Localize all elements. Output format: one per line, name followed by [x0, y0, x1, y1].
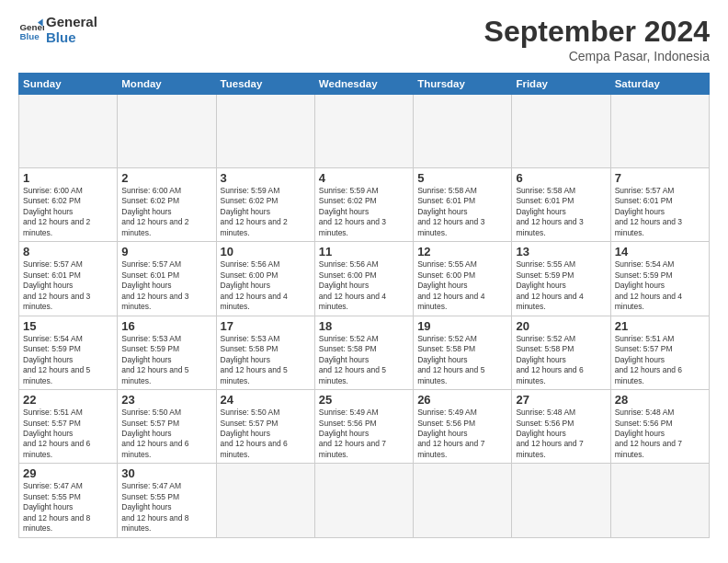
- day-number: 9: [121, 245, 211, 259]
- calendar-cell: 27Sunrise: 5:48 AMSunset: 5:56 PMDayligh…: [512, 390, 610, 464]
- calendar-cell: [314, 95, 413, 168]
- cell-content: Sunrise: 5:52 AMSunset: 5:58 PMDaylight …: [516, 334, 606, 386]
- month-year: September 2024: [484, 15, 710, 49]
- day-number: 18: [319, 319, 409, 333]
- calendar-cell: 23Sunrise: 5:50 AMSunset: 5:57 PMDayligh…: [118, 390, 216, 464]
- header: General Blue General Blue September 2024…: [18, 15, 710, 63]
- calendar-cell: 7Sunrise: 5:57 AMSunset: 6:01 PMDaylight…: [610, 168, 709, 242]
- day-number: 3: [221, 171, 311, 185]
- calendar-cell: 10Sunrise: 5:56 AMSunset: 6:00 PMDayligh…: [216, 242, 314, 316]
- calendar-cell: 12Sunrise: 5:55 AMSunset: 6:00 PMDayligh…: [414, 242, 512, 316]
- cell-content: Sunrise: 5:54 AMSunset: 5:59 PMDaylight …: [23, 334, 113, 386]
- day-number: 28: [615, 393, 705, 407]
- cell-content: Sunrise: 6:00 AMSunset: 6:02 PMDaylight …: [23, 186, 113, 238]
- calendar-cell: 14Sunrise: 5:54 AMSunset: 5:59 PMDayligh…: [610, 242, 709, 316]
- day-number: 1: [23, 171, 113, 185]
- calendar-cell: 25Sunrise: 5:49 AMSunset: 5:56 PMDayligh…: [314, 390, 413, 464]
- calendar-cell: [414, 464, 512, 537]
- cell-content: Sunrise: 5:47 AMSunset: 5:55 PMDaylight …: [23, 481, 113, 534]
- calendar-header-row: SundayMondayTuesdayWednesdayThursdayFrid…: [19, 74, 710, 95]
- day-number: 27: [516, 393, 606, 407]
- calendar-week-row-5: 29Sunrise: 5:47 AMSunset: 5:55 PMDayligh…: [19, 464, 710, 537]
- day-number: 2: [121, 171, 211, 185]
- calendar-day-header-saturday: Saturday: [610, 74, 709, 95]
- calendar-cell: 29Sunrise: 5:47 AMSunset: 5:55 PMDayligh…: [19, 464, 118, 537]
- day-number: 22: [23, 393, 113, 407]
- cell-content: Sunrise: 5:58 AMSunset: 6:01 PMDaylight …: [417, 186, 507, 238]
- page: General Blue General Blue September 2024…: [0, 0, 728, 563]
- calendar-cell: [216, 95, 314, 168]
- calendar-cell: [512, 95, 610, 168]
- calendar-cell: [512, 464, 610, 537]
- calendar-cell: 4Sunrise: 5:59 AMSunset: 6:02 PMDaylight…: [314, 168, 413, 242]
- cell-content: Sunrise: 5:55 AMSunset: 6:00 PMDaylight …: [417, 259, 507, 312]
- day-number: 30: [121, 466, 211, 480]
- calendar-cell: [216, 464, 314, 537]
- calendar-week-row-1: 1Sunrise: 6:00 AMSunset: 6:02 PMDaylight…: [19, 168, 710, 242]
- calendar-cell: [19, 95, 118, 168]
- calendar-cell: 8Sunrise: 5:57 AMSunset: 6:01 PMDaylight…: [19, 242, 118, 316]
- calendar-cell: 22Sunrise: 5:51 AMSunset: 5:57 PMDayligh…: [19, 390, 118, 464]
- logo: General Blue General Blue: [18, 15, 97, 45]
- calendar-cell: 30Sunrise: 5:47 AMSunset: 5:55 PMDayligh…: [118, 464, 216, 537]
- calendar-cell: [314, 464, 413, 537]
- day-number: 17: [221, 319, 311, 333]
- calendar-cell: 18Sunrise: 5:52 AMSunset: 5:58 PMDayligh…: [314, 316, 413, 389]
- day-number: 25: [319, 393, 409, 407]
- day-number: 19: [417, 319, 507, 333]
- cell-content: Sunrise: 5:49 AMSunset: 5:56 PMDaylight …: [417, 408, 507, 460]
- logo-icon: General Blue: [18, 17, 44, 43]
- calendar-week-row-2: 8Sunrise: 5:57 AMSunset: 6:01 PMDaylight…: [19, 242, 710, 316]
- calendar-cell: [414, 95, 512, 168]
- calendar-cell: 21Sunrise: 5:51 AMSunset: 5:57 PMDayligh…: [610, 316, 709, 389]
- day-number: 23: [121, 393, 211, 407]
- day-number: 26: [417, 393, 507, 407]
- cell-content: Sunrise: 5:54 AMSunset: 5:59 PMDaylight …: [615, 259, 705, 312]
- cell-content: Sunrise: 5:48 AMSunset: 5:56 PMDaylight …: [615, 408, 705, 460]
- calendar-cell: 13Sunrise: 5:55 AMSunset: 5:59 PMDayligh…: [512, 242, 610, 316]
- day-number: 7: [615, 171, 705, 185]
- cell-content: Sunrise: 5:53 AMSunset: 5:58 PMDaylight …: [221, 334, 311, 386]
- calendar-cell: 20Sunrise: 5:52 AMSunset: 5:58 PMDayligh…: [512, 316, 610, 389]
- cell-content: Sunrise: 5:56 AMSunset: 6:00 PMDaylight …: [319, 259, 409, 312]
- cell-content: Sunrise: 5:58 AMSunset: 6:01 PMDaylight …: [516, 186, 606, 238]
- day-number: 10: [221, 245, 311, 259]
- calendar-cell: 9Sunrise: 5:57 AMSunset: 6:01 PMDaylight…: [118, 242, 216, 316]
- cell-content: Sunrise: 5:53 AMSunset: 5:59 PMDaylight …: [121, 334, 211, 386]
- cell-content: Sunrise: 5:50 AMSunset: 5:57 PMDaylight …: [121, 408, 211, 460]
- calendar-week-row-4: 22Sunrise: 5:51 AMSunset: 5:57 PMDayligh…: [19, 390, 710, 464]
- cell-content: Sunrise: 5:59 AMSunset: 6:02 PMDaylight …: [319, 186, 409, 238]
- cell-content: Sunrise: 5:57 AMSunset: 6:01 PMDaylight …: [615, 186, 705, 238]
- calendar-cell: 19Sunrise: 5:52 AMSunset: 5:58 PMDayligh…: [414, 316, 512, 389]
- day-number: 8: [23, 245, 113, 259]
- cell-content: Sunrise: 5:56 AMSunset: 6:00 PMDaylight …: [221, 259, 311, 312]
- day-number: 11: [319, 245, 409, 259]
- cell-content: Sunrise: 6:00 AMSunset: 6:02 PMDaylight …: [121, 186, 211, 238]
- title-block: September 2024 Cempa Pasar, Indonesia: [484, 15, 710, 63]
- day-number: 24: [221, 393, 311, 407]
- cell-content: Sunrise: 5:57 AMSunset: 6:01 PMDaylight …: [121, 259, 211, 312]
- calendar-day-header-thursday: Thursday: [414, 74, 512, 95]
- cell-content: Sunrise: 5:57 AMSunset: 6:01 PMDaylight …: [23, 259, 113, 312]
- day-number: 5: [417, 171, 507, 185]
- calendar-cell: 15Sunrise: 5:54 AMSunset: 5:59 PMDayligh…: [19, 316, 118, 389]
- calendar-cell: 1Sunrise: 6:00 AMSunset: 6:02 PMDaylight…: [19, 168, 118, 242]
- calendar-cell: [610, 464, 709, 537]
- calendar-cell: 17Sunrise: 5:53 AMSunset: 5:58 PMDayligh…: [216, 316, 314, 389]
- calendar-cell: 6Sunrise: 5:58 AMSunset: 6:01 PMDaylight…: [512, 168, 610, 242]
- calendar-table: SundayMondayTuesdayWednesdayThursdayFrid…: [18, 73, 710, 538]
- cell-content: Sunrise: 5:50 AMSunset: 5:57 PMDaylight …: [221, 408, 311, 460]
- logo-blue: Blue: [46, 30, 97, 46]
- calendar-day-header-tuesday: Tuesday: [216, 74, 314, 95]
- day-number: 21: [615, 319, 705, 333]
- day-number: 29: [23, 466, 113, 480]
- cell-content: Sunrise: 5:47 AMSunset: 5:55 PMDaylight …: [121, 481, 211, 534]
- calendar-week-row-3: 15Sunrise: 5:54 AMSunset: 5:59 PMDayligh…: [19, 316, 710, 389]
- day-number: 4: [319, 171, 409, 185]
- day-number: 15: [23, 319, 113, 333]
- cell-content: Sunrise: 5:52 AMSunset: 5:58 PMDaylight …: [417, 334, 507, 386]
- cell-content: Sunrise: 5:49 AMSunset: 5:56 PMDaylight …: [319, 408, 409, 460]
- day-number: 12: [417, 245, 507, 259]
- calendar-cell: 24Sunrise: 5:50 AMSunset: 5:57 PMDayligh…: [216, 390, 314, 464]
- calendar-cell: 5Sunrise: 5:58 AMSunset: 6:01 PMDaylight…: [414, 168, 512, 242]
